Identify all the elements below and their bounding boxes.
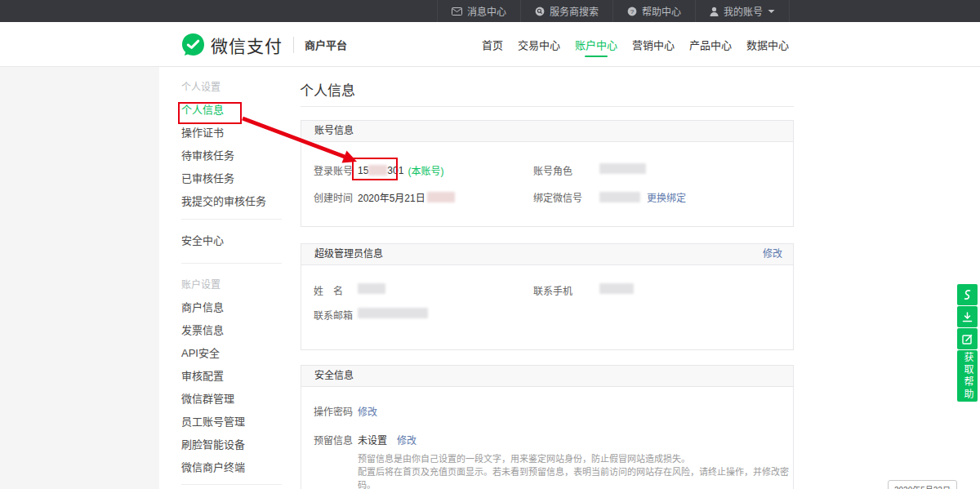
created-time-label: 创建时间 <box>314 190 353 204</box>
password-modify-link[interactable]: 修改 <box>358 404 377 418</box>
sidebar-item-api-security[interactable]: API安全 <box>159 342 282 365</box>
contact-email-label: 联系邮箱 <box>314 308 353 322</box>
feedback-button[interactable] <box>957 328 978 349</box>
reserved-info-status: 未设置 <box>358 433 387 447</box>
sidebar-item-face-smart-device[interactable]: 刷脸智能设备 <box>159 433 282 456</box>
sidebar-item-review-config[interactable]: 审核配置 <box>159 365 282 388</box>
bound-wechat-value: 更换绑定 <box>599 190 686 204</box>
wechat-pay-merchant-portal: 消息中心 服务商搜索 ? 帮助中心 我的账号 微信支付 商户平台 首页 <box>0 0 980 489</box>
row-operation-password: 操作密码 修改 <box>301 398 793 422</box>
sidebar-item-my-submitted-review-tasks[interactable]: 我提交的审核任务 <box>159 190 282 213</box>
sidebar-item-security-center[interactable]: 安全中心 <box>159 229 282 252</box>
reserved-modify-link[interactable]: 修改 <box>397 433 416 447</box>
admin-modify-link[interactable]: 修改 <box>763 244 782 265</box>
section-security-header: 安全信息 <box>301 366 793 387</box>
sidebar-item-pending-review-tasks[interactable]: 待审核任务 <box>159 144 282 167</box>
redacted-login-digits <box>368 165 387 176</box>
nav-data-center[interactable]: 数据中心 <box>739 22 796 67</box>
nav-marketing-center[interactable]: 营销中心 <box>625 22 682 67</box>
topbar-item-label: 消息中心 <box>467 4 506 18</box>
row-email: 联系邮箱 <box>301 301 793 326</box>
sidebar-item-merchant-info[interactable]: 商户信息 <box>159 296 282 319</box>
sidebar-item-staff-account-management[interactable]: 员工账号管理 <box>159 411 282 433</box>
brand-block[interactable]: 微信支付 商户平台 <box>181 22 347 67</box>
sidebar-item-wechat-merchant-terminal[interactable]: 微信商户终端 <box>159 456 282 479</box>
topbar-service-search[interactable]: 服务商搜索 <box>520 0 612 22</box>
main-nav: 首页 交易中心 账户中心 营销中心 产品中心 数据中心 <box>474 22 796 67</box>
nav-home[interactable]: 首页 <box>474 22 510 67</box>
account-role-value <box>599 163 646 174</box>
portal-name: 商户平台 <box>305 37 347 52</box>
sidebar-item-invoice-info[interactable]: 发票信息 <box>159 319 282 342</box>
row-name-phone: 姓 名 联系手机 <box>301 277 793 301</box>
sidebar-group-account-settings: 账户设置 <box>159 273 282 296</box>
get-help-button[interactable]: 获取帮助 <box>957 350 978 402</box>
wechat-pay-logo-icon <box>181 33 205 56</box>
section-admin-header: 超级管理员信息 修改 <box>301 244 793 265</box>
floating-help-panel: 获取帮助 <box>957 284 978 402</box>
svg-text:?: ? <box>630 7 635 15</box>
reserved-info-description: 预留信息是由你自己设置的一段文字，用来鉴定网站身份，防止假冒网站造成损失。 配置… <box>358 452 793 489</box>
section-super-admin-info: 超级管理员信息 修改 姓 名 联系手机 联系邮箱 <box>301 243 794 350</box>
contact-email-value <box>358 308 428 318</box>
envelope-icon <box>452 7 462 16</box>
redacted-phone <box>599 283 634 294</box>
redacted-email <box>358 308 428 318</box>
description-line: 配置后将在首页及充值页面显示。若未看到预留信息，表明当前访问的网站存在风险，请终… <box>358 465 793 489</box>
nav-transaction-center[interactable]: 交易中心 <box>510 22 568 67</box>
row-created-wechat: 创建时间 2020年5月21日 绑定微信号 更换绑定 <box>301 184 793 208</box>
login-account-label: 登录账号 <box>314 163 353 177</box>
row-login-role: 登录账号 15301 (本账号) 账号角色 <box>301 157 793 181</box>
sidebar-item-reviewed-tasks[interactable]: 已审核任务 <box>159 167 282 190</box>
bound-wechat-label: 绑定微信号 <box>533 190 582 204</box>
edit-icon <box>962 334 973 345</box>
caret-down-icon <box>768 9 775 14</box>
topbar-my-account[interactable]: 我的账号 <box>695 0 790 22</box>
reserved-info-label: 预留信息 <box>314 433 353 447</box>
page-title: 个人信息 <box>300 79 355 100</box>
nav-product-center[interactable]: 产品中心 <box>682 22 739 67</box>
sidebar-divider <box>181 484 282 485</box>
question-circle-icon: ? <box>627 7 637 16</box>
download-icon <box>962 312 973 322</box>
sidebar-item-operation-certificate[interactable]: 操作证书 <box>159 122 282 144</box>
login-account-value: 15301 (本账号) <box>358 163 443 177</box>
sidebar-group-personal-settings: 个人设置 <box>159 76 282 99</box>
user-icon <box>710 7 719 16</box>
change-binding-link[interactable]: 更换绑定 <box>647 190 686 204</box>
brand-divider <box>293 37 294 53</box>
name-label: 姓 名 <box>314 283 343 297</box>
nav-account-center[interactable]: 账户中心 <box>568 22 625 67</box>
created-time-value: 2020年5月21日 <box>358 190 455 204</box>
brand-header: 微信支付 商户平台 首页 交易中心 账户中心 营销中心 产品中心 数据中心 <box>0 22 980 67</box>
title-divider <box>301 106 794 107</box>
topbar-item-label: 我的账号 <box>724 4 763 18</box>
download-button[interactable] <box>957 306 978 327</box>
redacted-created-time <box>427 192 455 202</box>
account-role-label: 账号角色 <box>533 163 572 177</box>
quick-link-button[interactable] <box>957 284 978 305</box>
contact-phone-label: 联系手机 <box>533 283 572 297</box>
topbar-message-center[interactable]: 消息中心 <box>437 0 520 22</box>
section-account-info: 账号信息 登录账号 15301 (本账号) 账号角色 创建时间 2020年5月2… <box>301 120 794 227</box>
section-security-info: 安全信息 操作密码 修改 预留信息 未设置 修改 预留信息是由你自己设置的一段文… <box>301 365 794 489</box>
topbar-help-center[interactable]: ? 帮助中心 <box>612 0 695 22</box>
main-content: 个人信息 账号信息 登录账号 15301 (本账号) 账号角色 创建时间 202… <box>282 67 817 489</box>
section-account-header: 账号信息 <box>301 121 793 142</box>
sidebar-item-personal-info[interactable]: 个人信息 <box>159 99 282 122</box>
row-reserved-info: 预留信息 未设置 修改 <box>301 426 793 451</box>
operation-password-label: 操作密码 <box>314 404 353 418</box>
search-circle-icon <box>535 7 545 16</box>
utility-topbar: 消息中心 服务商搜索 ? 帮助中心 我的账号 <box>0 0 980 22</box>
topbar-item-label: 服务商搜索 <box>550 4 599 18</box>
redacted-account-role <box>599 163 646 174</box>
sidebar-item-wechat-group-management[interactable]: 微信群管理 <box>159 388 282 411</box>
description-line: 预留信息是由你自己设置的一段文字，用来鉴定网站身份，防止假冒网站造成损失。 <box>358 452 793 465</box>
brand-name: 微信支付 <box>211 33 283 57</box>
contact-phone-value <box>599 283 634 294</box>
name-value <box>358 283 385 294</box>
date-tag: 2020年5月22日 <box>888 480 957 489</box>
this-account-note: (本账号) <box>408 163 443 177</box>
topbar-item-label: 帮助中心 <box>642 4 681 18</box>
sidebar: 个人设置 个人信息 操作证书 待审核任务 已审核任务 我提交的审核任务 安全中心… <box>159 67 282 489</box>
